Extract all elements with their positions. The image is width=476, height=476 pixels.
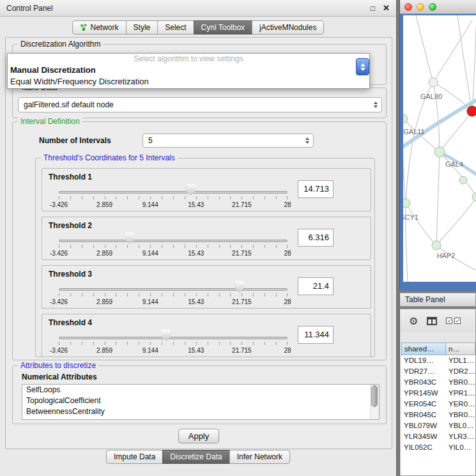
table-row[interactable]: YBR043CYBR0… bbox=[401, 377, 475, 388]
tick-label: -3.426 bbox=[50, 201, 68, 208]
node-label: GCY1 bbox=[403, 213, 418, 221]
algorithm-combo-arrows[interactable] bbox=[356, 58, 369, 75]
tab-label: Infer Network bbox=[237, 450, 282, 463]
number-of-intervals-combo[interactable]: 5 bbox=[142, 134, 314, 148]
threshold-slider[interactable]: -3.4262.8599.14415.4321.71528 bbox=[59, 233, 288, 259]
list-scrollbar[interactable] bbox=[370, 385, 379, 419]
tick-label: 9.144 bbox=[142, 201, 158, 208]
table-panel-titlebar[interactable]: Table Panel bbox=[399, 293, 476, 307]
apply-button[interactable]: Apply bbox=[178, 429, 219, 443]
network-node-green[interactable] bbox=[403, 114, 408, 123]
threshold-value-field[interactable]: 6.316 bbox=[298, 229, 334, 247]
table-row[interactable]: YIL052CYIL0… bbox=[401, 442, 475, 453]
panel-title: Control Panel bbox=[6, 4, 53, 13]
table-data-combo[interactable]: galFiltered.sif default node bbox=[18, 97, 382, 112]
network-edge[interactable] bbox=[433, 20, 472, 82]
threshold-label: Threshold 3 bbox=[49, 270, 92, 279]
tick-label: 28 bbox=[284, 250, 291, 257]
checkbox-icon[interactable]: ✓ bbox=[446, 318, 452, 324]
table-row[interactable]: YPR145WYPR1… bbox=[401, 388, 475, 399]
gear-icon[interactable]: ⚙ bbox=[409, 315, 418, 327]
network-edge[interactable] bbox=[436, 197, 476, 245]
threshold-value-field[interactable]: 14.713 bbox=[298, 180, 334, 198]
dropdown-option-manual[interactable]: Manual Discretization bbox=[8, 65, 369, 76]
slider-ticks bbox=[59, 245, 288, 248]
slider-track[interactable] bbox=[59, 191, 288, 194]
table-row[interactable]: YER054CYER0… bbox=[401, 399, 475, 410]
network-edge[interactable] bbox=[440, 152, 476, 197]
tab-discretize-data[interactable]: Discretize Data bbox=[162, 450, 229, 464]
minimize-traffic-light[interactable] bbox=[417, 3, 424, 11]
threshold-panel-3: Threshold 3 -3.4262.8599.14415.4321.7152… bbox=[42, 265, 371, 309]
network-edge[interactable] bbox=[457, 15, 472, 111]
slider-track[interactable] bbox=[59, 240, 288, 242]
tab-cyni-toolbox[interactable]: Cyni Toolbox bbox=[194, 20, 252, 35]
table-row[interactable]: YDL19…YDL1… bbox=[401, 355, 475, 366]
tab-impute-data[interactable]: Impute Data bbox=[106, 450, 163, 464]
network-node-green[interactable] bbox=[459, 176, 467, 184]
tab-style[interactable]: Style bbox=[126, 20, 158, 35]
table-row[interactable]: YLR345WYLR3… bbox=[401, 431, 475, 442]
dropdown-option-equal-width[interactable]: Equal Width/Frequency Discretization bbox=[8, 76, 369, 88]
close-icon[interactable]: ✕ bbox=[383, 3, 390, 13]
tab-infer-network[interactable]: Infer Network bbox=[229, 450, 290, 464]
network-edge[interactable] bbox=[436, 152, 440, 245]
tab-jactivemnodules[interactable]: jActiveMNodules bbox=[252, 20, 324, 35]
slider-track[interactable] bbox=[59, 288, 288, 291]
attributes-group: Attributes to discretize Numerical Attri… bbox=[12, 365, 387, 424]
list-item[interactable]: SelfLoops bbox=[22, 385, 379, 395]
table-row[interactable]: YBR045CYBR0… bbox=[401, 410, 475, 420]
tick-label: 9.144 bbox=[142, 298, 158, 305]
node-label: GAL11 bbox=[403, 128, 424, 135]
zoom-traffic-light[interactable] bbox=[429, 3, 436, 11]
network-canvas[interactable]: GAL80GAL11GAL4GCY1HAP2 bbox=[403, 15, 476, 282]
column-header-name[interactable]: n… bbox=[446, 342, 475, 355]
select-checks[interactable]: ✓ ✓ bbox=[446, 318, 461, 324]
column-header-shared-name[interactable]: shared… bbox=[401, 342, 446, 355]
columns-icon[interactable] bbox=[427, 317, 437, 325]
slider-handle[interactable] bbox=[125, 233, 134, 244]
network-node-green[interactable] bbox=[434, 147, 445, 157]
interval-definition-title: Interval Definition bbox=[18, 117, 82, 126]
network-node-pink[interactable] bbox=[429, 78, 438, 87]
network-node-red[interactable] bbox=[467, 106, 476, 116]
slider-handle[interactable] bbox=[162, 330, 171, 341]
arrow-up-icon bbox=[360, 63, 365, 66]
tick-label: 21.715 bbox=[232, 298, 252, 305]
tab-label: Style bbox=[134, 21, 151, 34]
table-row[interactable]: YDR27…YDR2… bbox=[401, 366, 475, 377]
table-row[interactable]: YBL079WYBL0… bbox=[401, 420, 475, 431]
slider-handle[interactable] bbox=[235, 281, 244, 293]
table-data-combo-value: galFiltered.sif default node bbox=[24, 100, 114, 109]
slider-handle[interactable] bbox=[187, 184, 196, 196]
table-cell: YIL0… bbox=[446, 442, 475, 453]
scrollbar-thumb[interactable] bbox=[371, 385, 378, 407]
slider-tick-labels: -3.4262.8599.14415.4321.71528 bbox=[59, 201, 288, 209]
close-traffic-light[interactable] bbox=[404, 3, 412, 11]
slider-ticks bbox=[59, 196, 288, 199]
list-item[interactable]: BetweennessCentrality bbox=[22, 406, 379, 417]
threshold-slider[interactable]: -3.4262.8599.14415.4321.71528 bbox=[59, 281, 288, 308]
threshold-slider[interactable]: -3.4262.8599.14415.4321.71528 bbox=[59, 330, 288, 357]
threshold-slider[interactable]: -3.4262.8599.14415.4321.71528 bbox=[59, 184, 288, 211]
threshold-label: Threshold 1 bbox=[49, 173, 92, 181]
table-header-row: shared… n… bbox=[401, 342, 475, 355]
tick-label: 21.715 bbox=[232, 201, 252, 208]
network-edge[interactable] bbox=[406, 203, 436, 245]
list-item[interactable]: TopologicalCoefficient bbox=[22, 395, 379, 406]
threshold-value-field[interactable]: 21.4 bbox=[298, 277, 334, 295]
checkbox-icon[interactable]: ✓ bbox=[454, 318, 461, 324]
network-node-green[interactable] bbox=[403, 199, 410, 208]
tab-label: jActiveMNodules bbox=[259, 21, 316, 34]
tick-label: 2.859 bbox=[96, 298, 112, 305]
network-node-green[interactable] bbox=[432, 241, 441, 250]
tab-select[interactable]: Select bbox=[157, 20, 194, 35]
threshold-value-field[interactable]: 11.344 bbox=[298, 326, 334, 344]
slider-track[interactable] bbox=[59, 337, 288, 339]
network-edge[interactable] bbox=[416, 15, 433, 82]
tick-label: -3.426 bbox=[50, 250, 68, 257]
combo-arrows-icon bbox=[374, 98, 378, 112]
tab-network[interactable]: Network bbox=[72, 20, 127, 35]
float-window-icon[interactable]: □ bbox=[371, 4, 375, 13]
network-node-green[interactable] bbox=[472, 192, 476, 201]
